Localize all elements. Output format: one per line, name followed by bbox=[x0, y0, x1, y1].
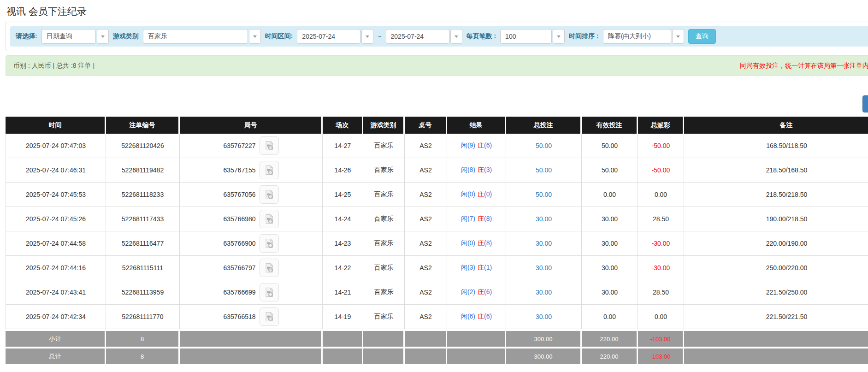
cell-round-id: 635766900 bbox=[180, 231, 323, 256]
cell-time: 2025-07-24 07:45:53 bbox=[6, 183, 106, 207]
table-row: 2025-07-24 07:47:03 522681120426 6357672… bbox=[6, 134, 868, 158]
filter-bar: 请选择: 日期查询 游戏类别 百家乐 时间区间: 2025-07-24 ~ 20… bbox=[10, 26, 868, 47]
cell-total-bet[interactable]: 30.00 bbox=[506, 207, 582, 231]
video-record-icon bbox=[264, 311, 275, 322]
cell-result: 闲(0)庄(0) bbox=[447, 183, 506, 207]
query-type-toggle[interactable] bbox=[97, 29, 109, 44]
cell-round-id: 635766518 bbox=[180, 305, 323, 329]
header-result: 结果 bbox=[447, 117, 506, 134]
round-number: 635766900 bbox=[223, 240, 255, 247]
result-player: 闲(8) bbox=[461, 166, 475, 173]
header-table-no: 桌号 bbox=[405, 117, 447, 134]
result-banker-score: (6) bbox=[484, 313, 492, 320]
cell-payout: -50.00 bbox=[638, 158, 684, 183]
time-range-label: 时间区间: bbox=[265, 32, 293, 41]
cell-total-bet[interactable]: 30.00 bbox=[506, 256, 582, 280]
per-page-toggle[interactable] bbox=[553, 29, 565, 44]
search-button[interactable]: 查询 bbox=[688, 29, 716, 44]
query-type-value[interactable]: 日期查询 bbox=[41, 29, 96, 44]
date-from-select[interactable]: 2025-07-24 bbox=[297, 29, 373, 44]
cell-payout: -30.00 bbox=[638, 256, 684, 280]
footer-empty-cell bbox=[447, 347, 506, 364]
watch-video-button[interactable] bbox=[260, 210, 279, 228]
round-number: 635766797 bbox=[223, 264, 255, 272]
header-game-type: 游戏类别 bbox=[363, 117, 405, 134]
game-type-select[interactable]: 百家乐 bbox=[143, 29, 261, 44]
query-type-select[interactable]: 日期查询 bbox=[41, 29, 109, 44]
result-banker-score: (8) bbox=[484, 239, 492, 247]
cell-bet-id: 522681116477 bbox=[106, 231, 180, 256]
cell-total-bet[interactable]: 30.00 bbox=[506, 280, 582, 305]
cell-table-no: AS2 bbox=[405, 280, 447, 305]
header-remark: 备注 bbox=[684, 117, 868, 134]
cell-valid-bet: 30.00 bbox=[582, 256, 638, 280]
result-banker-score: (8) bbox=[484, 215, 492, 222]
cell-total-bet[interactable]: 50.00 bbox=[506, 183, 582, 207]
total-total-bet: 300.00 bbox=[506, 347, 582, 364]
sort-select[interactable]: 降幂(由大到小) bbox=[603, 29, 684, 44]
cell-total-bet[interactable]: 30.00 bbox=[506, 231, 582, 256]
cell-total-bet[interactable]: 50.00 bbox=[506, 158, 582, 183]
header-session: 场次 bbox=[323, 117, 363, 134]
per-page-value[interactable]: 100 bbox=[500, 29, 552, 44]
result-banker-score: (1) bbox=[484, 264, 492, 271]
cell-bet-id: 522681113959 bbox=[106, 280, 180, 305]
cell-bet-id: 522681111770 bbox=[106, 305, 180, 329]
cell-result: 闲(2)庄(6) bbox=[447, 280, 506, 305]
watch-video-button[interactable] bbox=[260, 283, 279, 301]
table-row: 2025-07-24 07:45:53 522681118233 6357670… bbox=[6, 183, 868, 207]
round-number: 635766980 bbox=[223, 215, 255, 223]
export-button[interactable] bbox=[862, 95, 868, 112]
watch-video-button[interactable] bbox=[260, 259, 279, 277]
cell-round-id: 635767155 bbox=[180, 158, 323, 183]
cell-payout: -30.00 bbox=[638, 231, 684, 256]
result-banker-score: (3) bbox=[484, 166, 492, 173]
footer-empty-cell bbox=[180, 347, 323, 364]
watch-video-button[interactable] bbox=[260, 234, 279, 253]
currency-total-text: 币别 : 人民币 | 总共 :8 注单 | bbox=[13, 62, 94, 70]
watch-video-button[interactable] bbox=[260, 136, 279, 155]
cell-total-bet[interactable]: 50.00 bbox=[506, 134, 582, 158]
result-banker-score: (0) bbox=[484, 190, 492, 198]
cell-game-type: 百家乐 bbox=[363, 207, 405, 231]
date-to-toggle[interactable] bbox=[450, 29, 462, 44]
cell-payout: 28.50 bbox=[638, 207, 684, 231]
game-type-toggle[interactable] bbox=[249, 29, 261, 44]
cell-game-type: 百家乐 bbox=[363, 280, 405, 305]
cell-table-no: AS2 bbox=[405, 183, 447, 207]
table-row: 2025-07-24 07:43:41 522681113959 6357666… bbox=[6, 280, 868, 305]
subtotal-label: 小计 bbox=[6, 329, 106, 347]
cell-session: 14-21 bbox=[323, 280, 363, 305]
date-from-value[interactable]: 2025-07-24 bbox=[297, 29, 360, 44]
cell-game-type: 百家乐 bbox=[363, 134, 405, 158]
per-page-label: 每页笔数 : bbox=[466, 32, 496, 41]
date-from-toggle[interactable] bbox=[361, 29, 373, 44]
cell-valid-bet: 50.00 bbox=[582, 158, 638, 183]
cell-round-id: 635766699 bbox=[180, 280, 323, 305]
per-page-select[interactable]: 100 bbox=[500, 29, 565, 44]
cell-result: 闲(6)庄(6) bbox=[447, 305, 506, 329]
header-payout: 总派彩 bbox=[638, 117, 684, 134]
game-type-value[interactable]: 百家乐 bbox=[143, 29, 248, 44]
sort-toggle[interactable] bbox=[672, 29, 684, 44]
cell-valid-bet: 0.00 bbox=[582, 305, 638, 329]
page-title: 视讯 会员下注纪录 bbox=[6, 6, 868, 18]
header-total-bet: 总投注 bbox=[506, 117, 582, 134]
watch-video-button[interactable] bbox=[260, 307, 279, 326]
date-to-value[interactable]: 2025-07-24 bbox=[386, 29, 449, 44]
cell-remark: 218.50/168.50 bbox=[684, 158, 868, 183]
result-player: 闲(9) bbox=[461, 142, 475, 149]
footer-empty-cell bbox=[323, 347, 363, 364]
sort-value[interactable]: 降幂(由大到小) bbox=[603, 29, 671, 44]
summary-bar: 币别 : 人民币 | 总共 :8 注单 | 同局有效投注，统一计算在该局第一张注… bbox=[6, 55, 868, 76]
cell-table-no: AS2 bbox=[405, 134, 447, 158]
date-to-select[interactable]: 2025-07-24 bbox=[386, 29, 462, 44]
cell-valid-bet: 30.00 bbox=[582, 207, 638, 231]
cell-bet-id: 522681119482 bbox=[106, 158, 180, 183]
round-number: 635766518 bbox=[223, 313, 255, 320]
subtotal-total-bet: 300.00 bbox=[506, 329, 582, 347]
watch-video-button[interactable] bbox=[260, 185, 279, 204]
cell-total-bet[interactable]: 30.00 bbox=[506, 305, 582, 329]
watch-video-button[interactable] bbox=[260, 161, 279, 179]
cell-remark: 168.50/118.50 bbox=[684, 134, 868, 158]
